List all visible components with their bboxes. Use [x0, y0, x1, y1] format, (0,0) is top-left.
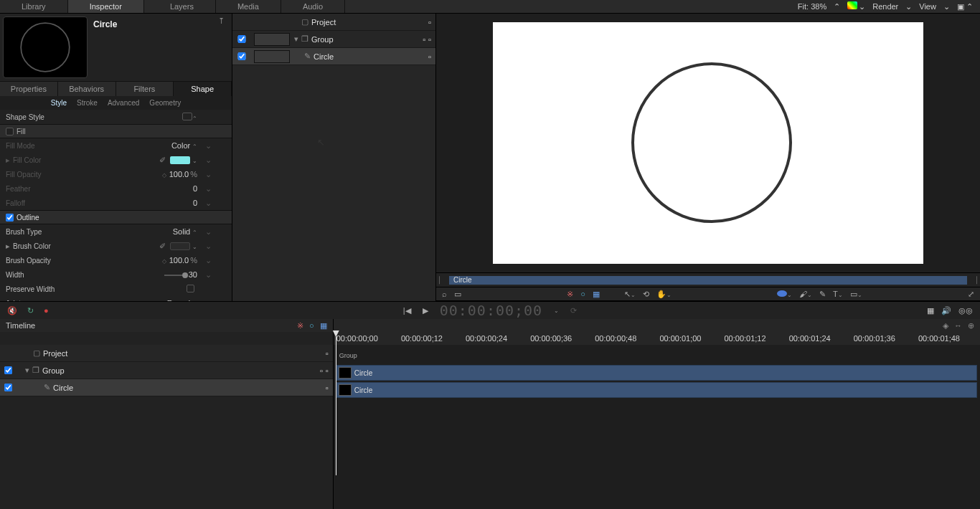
lock-icon[interactable] — [428, 35, 431, 44]
timeline-clip[interactable]: Circle — [336, 382, 977, 398]
tl-row-project[interactable]: Project — [0, 345, 333, 362]
keyframe-icon[interactable]: ◇ — [162, 258, 166, 265]
canvas-viewport[interactable] — [436, 14, 980, 272]
feather-value[interactable]: 0 — [193, 184, 197, 193]
lock-icon[interactable] — [326, 366, 329, 375]
tab-layers[interactable]: Layers — [149, 0, 216, 13]
tl-group-visible[interactable] — [4, 366, 12, 374]
link-icon[interactable]: ▫ — [423, 35, 425, 44]
shape-style-preset[interactable] — [182, 113, 192, 120]
brush-color-swatch[interactable] — [170, 242, 190, 250]
layer-row-circle[interactable]: Circle — [232, 48, 435, 65]
disclosure-down-icon[interactable]: ▾ — [294, 34, 298, 44]
lock-icon[interactable] — [428, 18, 431, 27]
mute-icon[interactable]: 🔇 — [7, 306, 17, 315]
fill-opacity-value[interactable]: 100.0 — [169, 170, 189, 179]
zoom-in-icon[interactable]: ⊕ — [968, 321, 974, 330]
text-tool-icon[interactable]: T⌄ — [833, 290, 843, 298]
paint-tool-icon[interactable]: 🖌⌄ — [799, 290, 812, 298]
play-icon[interactable]: ▶ — [423, 306, 428, 315]
color-channels[interactable]: ⌄ — [847, 1, 865, 11]
fill-mode-value[interactable]: Color — [171, 141, 190, 150]
timecode-display[interactable]: 00:00:00;00 — [440, 302, 542, 319]
go-to-start-icon[interactable]: |◀ — [403, 306, 411, 315]
pen-tool-icon[interactable]: ✎ — [819, 290, 826, 299]
subtab-style[interactable]: Style — [51, 99, 67, 107]
shape-tool-icon[interactable]: ⌄ — [777, 290, 792, 298]
disclosure-down-icon[interactable]: ▾ — [25, 366, 29, 375]
layout-icon[interactable]: ▣ ⌃ — [957, 2, 973, 11]
falloff-value[interactable]: 0 — [193, 199, 197, 207]
filters-tool-icon[interactable]: ○ — [580, 290, 585, 298]
timeline-ruler[interactable]: 00:00:00;00 00:00:00;12 00:00:00;24 00:0… — [334, 332, 980, 345]
layer-row-project[interactable]: Project — [232, 14, 435, 31]
tl-masks-icon[interactable]: ▦ — [320, 321, 327, 330]
disclosure-icon[interactable]: ▸ — [6, 242, 10, 251]
tab-library[interactable]: Library — [0, 0, 68, 13]
shape-style-caret-icon[interactable]: ⌃ — [192, 115, 197, 122]
brush-opacity-value[interactable]: 100.0 — [169, 256, 189, 265]
tl-behaviors-icon[interactable]: ※ — [297, 321, 303, 330]
layer-group-visible[interactable] — [237, 35, 247, 43]
tab-shape[interactable]: Shape — [174, 82, 232, 96]
timecode-caret-icon[interactable]: ⌄ — [554, 308, 559, 314]
tab-properties[interactable]: Properties — [0, 82, 58, 96]
loop-icon[interactable]: ↻ — [27, 306, 34, 315]
tl-filters-icon[interactable]: ○ — [309, 321, 314, 330]
mini-start-icon[interactable]: ⎸ — [439, 275, 446, 285]
layer-circle-visible[interactable] — [237, 52, 247, 60]
tl-row-group[interactable]: ▾ Group ▫ — [0, 362, 333, 379]
eyedropper-icon[interactable]: ✐ — [159, 156, 166, 164]
tab-filters[interactable]: Filters — [116, 82, 174, 96]
view-menu[interactable]: View — [919, 2, 936, 11]
lock-icon[interactable] — [326, 384, 329, 392]
canvas[interactable] — [493, 22, 923, 264]
generators-tool-icon[interactable]: ▦ — [593, 290, 600, 299]
pin-icon[interactable]: ⤒ — [218, 16, 225, 26]
timeline-clip[interactable]: Circle — [336, 365, 977, 381]
width-value[interactable]: 30 — [189, 270, 197, 279]
hand-tool-icon[interactable]: ✋⌄ — [656, 290, 672, 299]
brush-color-caret-icon[interactable]: ⌄ — [192, 244, 197, 250]
fill-color-swatch[interactable] — [170, 156, 190, 164]
lock-icon[interactable] — [428, 52, 431, 61]
tab-behaviors[interactable]: Behaviors — [58, 82, 116, 96]
fit-percent[interactable]: Fit: 38% — [798, 2, 826, 11]
audio-icon[interactable]: 🔊 — [941, 306, 951, 315]
zoom-fit-icon[interactable]: ↔ — [954, 321, 962, 330]
eyedropper-icon[interactable]: ✐ — [159, 242, 166, 250]
subtab-stroke[interactable]: Stroke — [77, 99, 98, 107]
preserve-width-checkbox[interactable] — [187, 285, 194, 292]
keyframe-icon[interactable]: ◇ — [162, 172, 166, 179]
filter-icon[interactable]: ▭ — [454, 290, 461, 299]
mini-end-icon[interactable]: ⎹ — [970, 275, 977, 285]
tab-audio[interactable]: Audio — [281, 0, 345, 13]
tab-media[interactable]: Media — [216, 0, 281, 13]
subtab-geometry[interactable]: Geometry — [149, 99, 181, 107]
hud-icon[interactable]: ◎◎ — [958, 306, 973, 315]
fill-color-caret-icon[interactable]: ⌄ — [192, 158, 197, 164]
record-icon[interactable]: ● — [44, 306, 49, 315]
render-menu[interactable]: Render — [872, 2, 898, 11]
playhead[interactable] — [336, 332, 336, 475]
search-icon[interactable]: ⌕ — [442, 290, 447, 298]
layer-row-group[interactable]: ▾ Group ▫ — [232, 31, 435, 48]
link-icon[interactable]: ▫ — [320, 366, 323, 375]
snap-icon[interactable]: ◈ — [943, 321, 948, 330]
transform-tool-icon[interactable]: ⟲ — [643, 290, 649, 299]
go-to-end-icon[interactable]: ⟳ — [570, 306, 577, 315]
tab-inspector[interactable]: Inspector — [68, 0, 144, 13]
mask-tool-icon[interactable]: ▭⌄ — [850, 290, 862, 299]
disclosure-icon[interactable]: ▸ — [6, 156, 10, 165]
fit-caret-icon[interactable]: ⌃ — [834, 2, 840, 11]
tl-circle-visible[interactable] — [4, 384, 12, 391]
width-slider[interactable] — [164, 275, 186, 276]
circle-shape[interactable] — [633, 64, 791, 222]
lock-icon[interactable] — [326, 349, 329, 358]
brush-type-value[interactable]: Solid — [173, 227, 190, 236]
mini-timeline-clip[interactable]: Circle — [449, 276, 967, 285]
expand-icon[interactable]: ⤢ — [968, 290, 974, 299]
subtab-advanced[interactable]: Advanced — [108, 99, 139, 107]
tl-row-circle[interactable]: Circle — [0, 379, 333, 396]
select-tool-icon[interactable]: ↖⌄ — [624, 290, 636, 299]
